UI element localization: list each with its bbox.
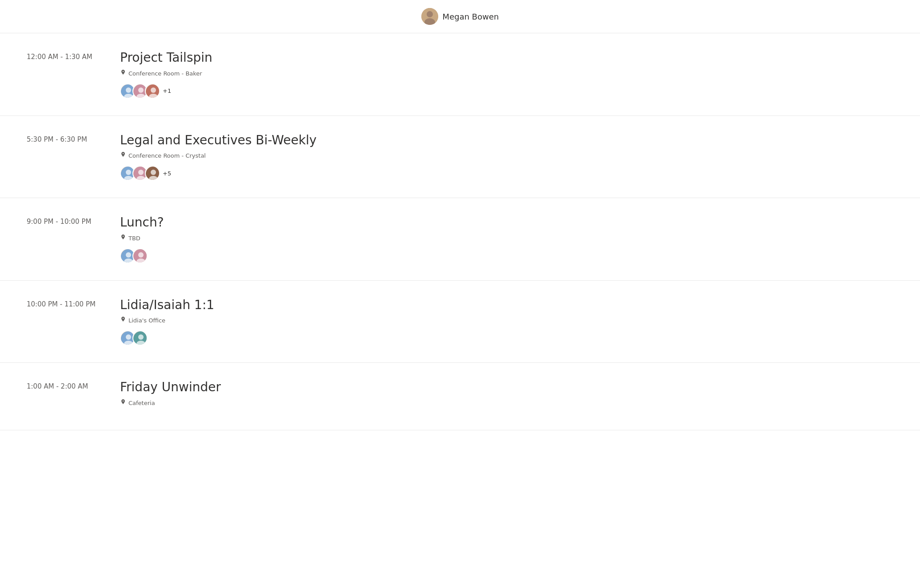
- event-location-2: Conference Room - Crystal: [120, 152, 893, 159]
- event-row-1[interactable]: 12:00 AM - 1:30 AMProject Tailspin Confe…: [0, 33, 920, 116]
- svg-point-28: [126, 334, 131, 340]
- event-location-5: Cafeteria: [120, 399, 893, 407]
- event-location-text-1: Conference Room - Baker: [128, 70, 202, 77]
- location-pin-icon: [120, 152, 126, 159]
- event-attendees-4: [120, 330, 893, 346]
- event-details-5: Friday Unwinder Cafeteria: [120, 380, 893, 413]
- event-location-1: Conference Room - Baker: [120, 70, 893, 77]
- event-time-2: 5:30 PM - 6:30 PM: [27, 133, 120, 143]
- event-details-4: Lidia/Isaiah 1:1 Lidia's Office: [120, 298, 893, 346]
- svg-point-13: [126, 170, 131, 175]
- event-title-4: Lidia/Isaiah 1:1: [120, 298, 893, 313]
- event-location-text-4: Lidia's Office: [128, 317, 165, 324]
- location-pin-icon: [120, 70, 126, 77]
- event-details-2: Legal and Executives Bi-Weekly Conferenc…: [120, 133, 893, 181]
- location-pin-icon: [120, 317, 126, 324]
- attendee-avatar-2: [132, 248, 148, 263]
- event-time-3: 9:00 PM - 10:00 PM: [27, 215, 120, 226]
- event-location-text-5: Cafeteria: [128, 400, 155, 406]
- attendee-overflow-count-2: +5: [163, 170, 171, 177]
- event-attendees-1: +1: [120, 83, 893, 99]
- event-title-1: Project Tailspin: [120, 50, 893, 65]
- event-location-text-3: TBD: [128, 235, 140, 242]
- svg-point-4: [126, 87, 131, 93]
- attendee-avatar-3: [145, 166, 160, 181]
- event-attendees-3: [120, 248, 893, 263]
- event-details-1: Project Tailspin Conference Room - Baker…: [120, 50, 893, 99]
- location-pin-icon: [120, 234, 126, 242]
- svg-point-10: [151, 87, 156, 93]
- event-title-2: Legal and Executives Bi-Weekly: [120, 133, 893, 148]
- svg-point-16: [138, 170, 144, 175]
- event-attendees-2: +5: [120, 166, 893, 181]
- event-location-4: Lidia's Office: [120, 317, 893, 324]
- event-row-5[interactable]: 1:00 AM - 2:00 AMFriday Unwinder Cafeter…: [0, 363, 920, 430]
- attendee-avatar-2: [132, 330, 148, 346]
- event-title-5: Friday Unwinder: [120, 380, 893, 395]
- user-name: Megan Bowen: [443, 12, 499, 21]
- svg-point-31: [138, 334, 144, 340]
- event-details-3: Lunch? TBD: [120, 215, 893, 263]
- svg-point-25: [138, 252, 144, 258]
- page-header: Megan Bowen: [0, 0, 920, 33]
- event-row-4[interactable]: 10:00 PM - 11:00 PMLidia/Isaiah 1:1 Lidi…: [0, 281, 920, 363]
- svg-point-22: [126, 252, 131, 258]
- attendee-avatar-3: [145, 83, 160, 99]
- event-time-4: 10:00 PM - 11:00 PM: [27, 298, 120, 308]
- event-time-5: 1:00 AM - 2:00 AM: [27, 380, 120, 390]
- event-title-3: Lunch?: [120, 215, 893, 230]
- svg-point-7: [138, 87, 144, 93]
- event-row-2[interactable]: 5:30 PM - 6:30 PMLegal and Executives Bi…: [0, 116, 920, 199]
- user-avatar: [421, 8, 438, 25]
- event-location-text-2: Conference Room - Crystal: [128, 152, 206, 159]
- svg-point-1: [427, 11, 433, 17]
- svg-point-19: [151, 170, 156, 175]
- location-pin-icon: [120, 399, 126, 407]
- event-time-1: 12:00 AM - 1:30 AM: [27, 50, 120, 61]
- event-location-3: TBD: [120, 234, 893, 242]
- events-list: 12:00 AM - 1:30 AMProject Tailspin Confe…: [0, 33, 920, 430]
- event-row-3[interactable]: 9:00 PM - 10:00 PMLunch? TBD: [0, 198, 920, 281]
- attendee-overflow-count-1: +1: [163, 87, 171, 94]
